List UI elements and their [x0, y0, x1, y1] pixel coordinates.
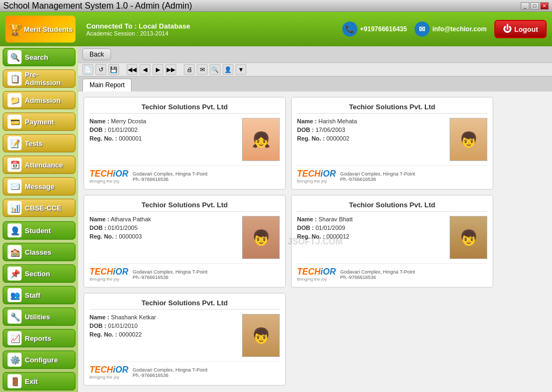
sidebar-item-pre-admission[interactable]: 📋 Pre-Admission: [3, 69, 75, 88]
first-page-icon[interactable]: ◀◀: [127, 64, 137, 75]
card-title-1: Techior Solutions Pvt. Ltd: [89, 103, 280, 114]
sidebar-item-attendance[interactable]: 📅 Attendance: [3, 156, 75, 174]
email-contact: ✉ info@techior.com: [415, 22, 487, 37]
tabs-bar: Main Report: [78, 76, 552, 92]
card-address-1: Godavari Complex, Hingna T-PointPh.-9766…: [133, 171, 208, 182]
tab-label-main-report: Main Report: [89, 81, 125, 89]
sidebar-item-reports[interactable]: 📈 Reports: [3, 329, 75, 347]
card-address-5: Godavari Complex, Hingna T-PointPh.-9766…: [133, 367, 208, 378]
refresh-icon[interactable]: ↺: [95, 64, 106, 75]
card-title-5: Techior Solutions Pvt. Ltd: [89, 299, 280, 310]
sidebar-label-payment: Payment: [25, 118, 54, 126]
card-footer-1: TECHiOR Bringing the joy Godavari Comple…: [89, 165, 280, 184]
card-footer-4: TECHiOR Bringing the joy Godavari Comple…: [297, 263, 487, 282]
sidebar-item-admission[interactable]: 📁 Admission: [3, 91, 75, 109]
card-footer-3: TECHiOR Bringing the joy Godavari Comple…: [89, 263, 280, 282]
sidebar-item-message[interactable]: ✉️ Message: [3, 177, 75, 195]
tab-main-report[interactable]: Main Report: [82, 79, 132, 92]
card-info-3: Name : Atharva Pathak DOB : 01/01/2005 R…: [89, 216, 237, 259]
card-dob-2: DOB : 17/06/2003: [297, 127, 444, 133]
card-body-1: Name : Merry Dcosta DOB : 01/01/2002 Reg…: [89, 118, 280, 161]
card-title-4: Techior Solutions Pvt. Ltd: [297, 201, 487, 212]
logo-icon: 🏆: [8, 23, 22, 36]
email-report-icon[interactable]: ✉: [197, 64, 208, 75]
back-button[interactable]: Back: [82, 48, 111, 60]
sidebar-label-configure: Configure: [25, 356, 58, 364]
save-icon[interactable]: 💾: [108, 64, 119, 75]
card-address-3: Godavari Complex, Hingna T-PointPh.-9766…: [133, 269, 208, 280]
person-icon[interactable]: 👤: [223, 64, 233, 75]
card-reg-1: Reg. No. : 0000001: [89, 135, 237, 142]
card-info-2: Name : Harish Mehata DOB : 17/06/2003 Re…: [297, 118, 444, 161]
app-logo: 🏆 Merit Students: [5, 16, 75, 43]
header: 🏆 Merit Students Connected To : Local Da…: [0, 12, 552, 46]
sidebar-label-section: Section: [25, 270, 50, 278]
header-info: Connected To : Local Database Academic S…: [81, 22, 337, 37]
student-icon: 👤: [8, 223, 22, 237]
cards-container: Techior Solutions Pvt. Ltd Name : Merry …: [84, 97, 493, 386]
photo-face-1: 👧: [243, 118, 279, 160]
new-report-icon[interactable]: 📄: [82, 64, 93, 75]
minimize-button[interactable]: _: [521, 2, 529, 10]
sidebar-label-admission: Admission: [25, 96, 60, 104]
more-icon[interactable]: ▼: [236, 64, 246, 75]
techior-logo-2: TECHiOR Bringing the joy: [297, 169, 336, 184]
sidebar-item-cbse-cce[interactable]: 📊 CBSE-CCE: [3, 199, 75, 217]
logout-button[interactable]: ⏻ Logout: [494, 20, 547, 38]
sidebar-label-cbse: CBSE-CCE: [25, 204, 61, 212]
titlebar: School Management System 1.0 - Admin (Ad…: [0, 0, 552, 12]
maximize-button[interactable]: □: [530, 2, 539, 10]
close-button[interactable]: ✕: [540, 2, 549, 10]
sidebar-item-tests[interactable]: 📝 Tests: [3, 134, 75, 152]
sidebar-label-pre-admission: Pre-Admission: [25, 71, 71, 87]
content-toolbar: Back: [78, 46, 552, 63]
sidebar-label-utilities: Utilities: [25, 313, 50, 321]
sidebar-label-classes: Classes: [25, 248, 51, 256]
card-dob-4: DOB : 01/01/2009: [297, 225, 444, 231]
sidebar-item-configure[interactable]: ⚙️ Configure: [3, 351, 75, 369]
sidebar-item-utilities[interactable]: 🔧 Utilities: [3, 307, 75, 326]
pre-admission-icon: 📋: [8, 72, 22, 86]
card-name-4: Name : Sharav Bhatt: [297, 216, 444, 222]
card-dob-3: DOB : 01/01/2005: [89, 225, 237, 231]
report-area[interactable]: JSOFTJ.COM Techior Solutions Pvt. Ltd Na…: [78, 92, 552, 392]
email-icon: ✉: [415, 22, 430, 37]
student-card-1: Techior Solutions Pvt. Ltd Name : Merry …: [84, 97, 286, 190]
card-title-2: Techior Solutions Pvt. Ltd: [297, 103, 487, 114]
sidebar: 🔍 Search 📋 Pre-Admission 📁 Admission 💳 P…: [0, 46, 78, 392]
card-dob-1: DOB : 01/01/2002: [89, 127, 237, 133]
sidebar-label-attendance: Attendance: [25, 161, 63, 169]
techior-logo-3: TECHiOR Bringing the joy: [89, 267, 128, 282]
sidebar-label-student: Student: [25, 227, 51, 235]
sidebar-item-section[interactable]: 📌 Section: [3, 264, 75, 283]
sidebar-item-classes[interactable]: 🏫 Classes: [3, 243, 75, 261]
card-photo-3: 👦: [242, 216, 280, 259]
titlebar-controls: _ □ ✕: [521, 2, 549, 10]
tests-icon: 📝: [8, 136, 22, 150]
sidebar-item-student[interactable]: 👤 Student: [3, 221, 75, 240]
techior-logo-5: TECHiOR Bringing the joy: [89, 365, 128, 380]
sidebar-item-staff[interactable]: 👥 Staff: [3, 286, 75, 304]
logout-icon: ⏻: [503, 24, 512, 34]
sidebar-label-tests: Tests: [25, 139, 43, 148]
card-photo-2: 👦: [450, 118, 487, 161]
prev-page-icon[interactable]: ◀: [140, 64, 150, 75]
photo-face-2: 👦: [450, 118, 487, 160]
card-body-3: Name : Atharva Pathak DOB : 01/01/2005 R…: [89, 216, 280, 259]
print-icon[interactable]: 🖨: [184, 64, 195, 75]
next-page-icon[interactable]: ▶: [153, 64, 163, 75]
card-photo-1: 👧: [242, 118, 280, 161]
sidebar-item-payment[interactable]: 💳 Payment: [3, 113, 75, 131]
titlebar-title: School Management System 1.0 - Admin (Ad…: [3, 1, 192, 11]
search-icon: 🔍: [8, 50, 22, 64]
sidebar-label-staff: Staff: [25, 291, 40, 299]
zoom-icon[interactable]: 🔍: [210, 64, 220, 75]
connected-label: Connected To : Local Database: [86, 22, 337, 30]
sidebar-item-exit[interactable]: 🚪 Exit: [3, 372, 75, 390]
last-page-icon[interactable]: ▶▶: [165, 64, 176, 75]
photo-face-5: 👦: [243, 314, 279, 356]
sidebar-item-search[interactable]: 🔍 Search: [3, 48, 75, 66]
header-contact: 📞 +919766616435 ✉ info@techior.com ⏻ Log…: [342, 20, 547, 38]
phone-contact: 📞 +919766616435: [342, 22, 407, 37]
report-toolbar: 📄 ↺ 💾 ◀◀ ◀ ▶ ▶▶ 🖨 ✉ 🔍 👤 ▼: [78, 63, 552, 76]
